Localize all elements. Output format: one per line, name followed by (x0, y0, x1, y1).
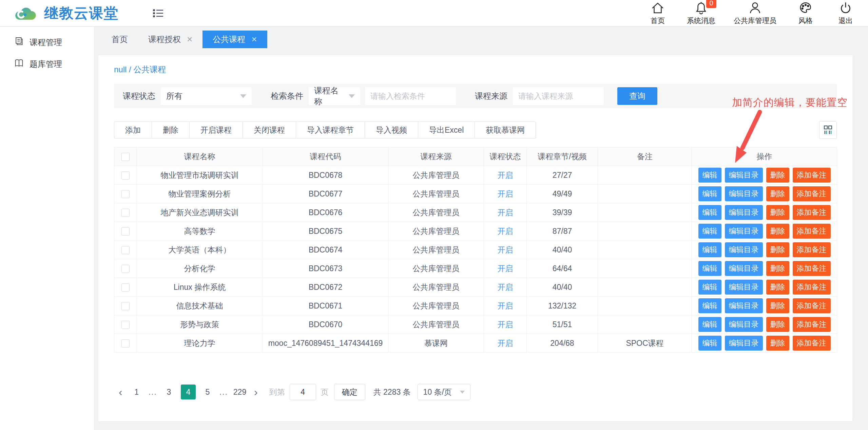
add-remark-button[interactable]: 添加备注 (793, 261, 831, 276)
tab-2[interactable]: 公共课程× (202, 31, 267, 48)
status-link[interactable]: 开启 (498, 245, 513, 254)
delete-button[interactable]: 删除 (152, 121, 190, 138)
close-icon[interactable]: × (187, 35, 192, 44)
add-remark-button[interactable]: 添加备注 (793, 224, 831, 239)
row-checkbox[interactable] (121, 190, 130, 198)
add-remark-button[interactable]: 添加备注 (793, 242, 831, 257)
row-delete-button[interactable]: 删除 (766, 280, 789, 295)
search-type-select[interactable]: 课程名称 (309, 87, 360, 105)
nav-item-logout[interactable]: 退出 (835, 1, 856, 25)
add-remark-button[interactable]: 添加备注 (793, 317, 831, 332)
tab-0[interactable]: 首页 (101, 31, 138, 48)
prev-page-button[interactable]: ‹ (114, 385, 127, 399)
close-icon[interactable]: × (251, 35, 257, 44)
search-input[interactable] (365, 87, 456, 105)
edit-button[interactable]: 编辑 (698, 336, 721, 351)
goto-confirm-button[interactable]: 确定 (334, 384, 365, 400)
sidebar-item-question-bank-management[interactable]: 题库管理 (0, 53, 94, 75)
row-checkbox[interactable] (121, 209, 130, 217)
edit-catalog-button[interactable]: 编辑目录 (725, 317, 763, 332)
course-source-cell: 公共库管理员 (388, 297, 484, 315)
status-link[interactable]: 开启 (498, 171, 513, 180)
column-settings-button[interactable] (819, 121, 837, 139)
edit-button[interactable]: 编辑 (698, 205, 721, 220)
edit-button[interactable]: 编辑 (698, 186, 721, 201)
status-link[interactable]: 开启 (498, 208, 513, 217)
page-size-select[interactable]: 10 条/页 (418, 384, 470, 400)
edit-button[interactable]: 编辑 (698, 242, 721, 257)
row-checkbox[interactable] (121, 265, 130, 273)
row-checkbox[interactable] (121, 246, 130, 254)
page-number-229[interactable]: 229 (233, 385, 247, 399)
edit-catalog-button[interactable]: 编辑目录 (725, 168, 763, 183)
sidebar-item-course-management[interactable]: 课程管理 (0, 32, 94, 53)
course-status-select[interactable]: 所有 (161, 87, 252, 105)
add-button[interactable]: 添加 (114, 121, 152, 138)
import-video-button[interactable]: 导入视频 (365, 121, 418, 138)
add-remark-button[interactable]: 添加备注 (793, 168, 831, 183)
next-page-button[interactable]: › (249, 385, 263, 399)
nav-item-style[interactable]: 风格 (795, 1, 816, 25)
edit-catalog-button[interactable]: 编辑目录 (725, 224, 763, 239)
row-delete-button[interactable]: 删除 (766, 205, 789, 220)
row-checkbox[interactable] (121, 321, 130, 329)
edit-button[interactable]: 编辑 (698, 280, 721, 295)
import-chapters-button[interactable]: 导入课程章节 (296, 121, 365, 138)
row-delete-button[interactable]: 删除 (766, 224, 789, 239)
add-remark-button[interactable]: 添加备注 (793, 280, 831, 295)
source-input[interactable] (513, 87, 604, 105)
goto-page-input[interactable] (290, 384, 316, 400)
row-delete-button[interactable]: 删除 (766, 186, 789, 201)
row-checkbox[interactable] (121, 227, 130, 236)
select-all-checkbox[interactable] (121, 153, 130, 161)
fetch-mooc-button[interactable]: 获取慕课网 (475, 121, 536, 138)
nav-item-home[interactable]: 首页 (647, 1, 669, 25)
add-remark-button[interactable]: 添加备注 (793, 336, 831, 351)
add-remark-button[interactable]: 添加备注 (793, 186, 831, 201)
table-row: 地产新兴业态调研实训BDC0676公共库管理员开启39/39编辑编辑目录删除添加… (114, 203, 837, 222)
edit-catalog-button[interactable]: 编辑目录 (725, 336, 763, 351)
status-link[interactable]: 开启 (498, 283, 513, 292)
row-checkbox[interactable] (121, 171, 130, 180)
page-number-1[interactable]: 1 (130, 385, 144, 399)
page-number-3[interactable]: 3 (162, 385, 176, 399)
row-checkbox[interactable] (121, 302, 130, 310)
close-course-button[interactable]: 关闭课程 (243, 121, 296, 138)
edit-catalog-button[interactable]: 编辑目录 (725, 186, 763, 201)
row-delete-button[interactable]: 删除 (766, 298, 789, 313)
edit-button[interactable]: 编辑 (698, 261, 721, 276)
row-delete-button[interactable]: 删除 (766, 168, 789, 183)
status-link[interactable]: 开启 (498, 264, 513, 273)
status-link[interactable]: 开启 (498, 227, 513, 236)
edit-button[interactable]: 编辑 (698, 168, 721, 183)
status-link[interactable]: 开启 (498, 320, 513, 329)
status-link[interactable]: 开启 (498, 301, 513, 310)
edit-button[interactable]: 编辑 (698, 224, 721, 239)
open-course-button[interactable]: 开启课程 (189, 121, 243, 138)
export-excel-button[interactable]: 导出Excel (418, 121, 475, 138)
edit-catalog-button[interactable]: 编辑目录 (725, 261, 763, 276)
add-remark-button[interactable]: 添加备注 (793, 205, 831, 220)
tab-1[interactable]: 课程授权× (138, 31, 202, 48)
edit-button[interactable]: 编辑 (698, 317, 721, 332)
page-number-4[interactable]: 4 (181, 385, 196, 399)
add-remark-button[interactable]: 添加备注 (793, 298, 831, 313)
page-number-5[interactable]: 5 (200, 385, 215, 399)
row-delete-button[interactable]: 删除 (766, 242, 789, 257)
menu-collapse-button[interactable] (151, 6, 166, 21)
edit-catalog-button[interactable]: 编辑目录 (725, 242, 763, 257)
nav-item-account[interactable]: 公共库管理员 (734, 1, 776, 25)
nav-item-messages[interactable]: 0系统消息 (687, 1, 715, 25)
edit-catalog-button[interactable]: 编辑目录 (725, 205, 763, 220)
edit-catalog-button[interactable]: 编辑目录 (725, 280, 763, 295)
row-delete-button[interactable]: 删除 (766, 261, 789, 276)
status-link[interactable]: 开启 (498, 339, 513, 348)
edit-button[interactable]: 编辑 (698, 298, 721, 313)
row-checkbox[interactable] (121, 339, 130, 348)
edit-catalog-button[interactable]: 编辑目录 (725, 298, 763, 313)
row-checkbox[interactable] (121, 283, 130, 292)
status-link[interactable]: 开启 (498, 189, 513, 198)
row-delete-button[interactable]: 删除 (766, 336, 789, 351)
query-button[interactable]: 查询 (617, 87, 657, 105)
row-delete-button[interactable]: 删除 (766, 317, 789, 332)
